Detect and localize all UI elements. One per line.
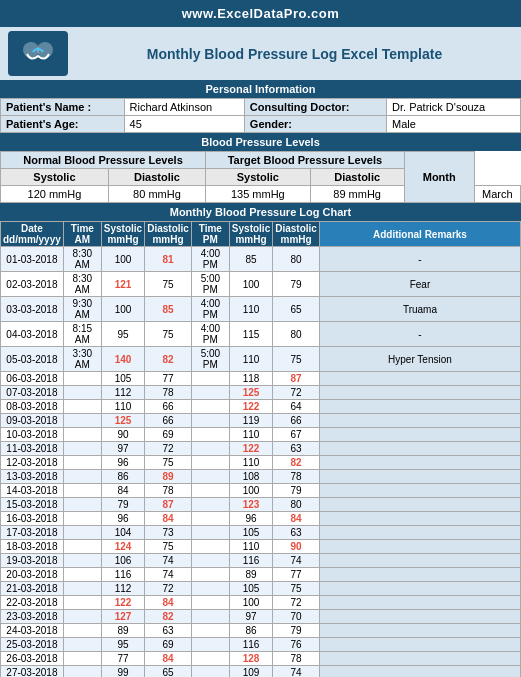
diastolic-am-cell: 72 bbox=[145, 442, 192, 456]
time-pm-cell bbox=[191, 540, 229, 554]
time-pm-cell bbox=[191, 400, 229, 414]
target-systolic-label: Systolic bbox=[206, 169, 311, 186]
time-pm-cell bbox=[191, 470, 229, 484]
log-table-row: 27-03-2018996510974 bbox=[1, 666, 521, 678]
diastolic-am-cell: 81 bbox=[145, 247, 192, 272]
systolic-pm-cell: 89 bbox=[229, 568, 272, 582]
log-table-row: 10-03-2018906911067 bbox=[1, 428, 521, 442]
diastolic-pm-cell: 90 bbox=[273, 540, 320, 554]
diastolic-pm-cell: 79 bbox=[273, 624, 320, 638]
time-pm-cell bbox=[191, 582, 229, 596]
website-header: www.ExcelDataPro.com bbox=[0, 0, 521, 27]
systolic-pm-cell: 122 bbox=[229, 442, 272, 456]
diastolic-am-cell: 87 bbox=[145, 498, 192, 512]
diastolic-pm-cell: 78 bbox=[273, 652, 320, 666]
bp-levels-table: Normal Blood Pressure Levels Target Bloo… bbox=[0, 151, 521, 203]
systolic-pm-cell: 115 bbox=[229, 322, 272, 347]
date-cell: 14-03-2018 bbox=[1, 484, 64, 498]
systolic-pm-cell: 110 bbox=[229, 428, 272, 442]
time-pm-cell bbox=[191, 652, 229, 666]
diastolic-am-cell: 75 bbox=[145, 540, 192, 554]
remark-cell bbox=[319, 442, 520, 456]
time-am-cell bbox=[63, 638, 101, 652]
remark-cell bbox=[319, 666, 520, 678]
diastolic-am-cell: 75 bbox=[145, 322, 192, 347]
remark-cell bbox=[319, 596, 520, 610]
remark-cell bbox=[319, 568, 520, 582]
consulting-doctor-value: Dr. Patrick D'souza bbox=[387, 99, 521, 116]
diastolic-pm-cell: 76 bbox=[273, 638, 320, 652]
time-am-cell bbox=[63, 582, 101, 596]
remark-cell: Fear bbox=[319, 272, 520, 297]
normal-systolic-value: 120 mmHg bbox=[1, 186, 109, 203]
date-cell: 09-03-2018 bbox=[1, 414, 64, 428]
gender-value: Male bbox=[387, 116, 521, 133]
patient-name-row: Patient's Name : Richard Atkinson Consul… bbox=[1, 99, 521, 116]
remark-cell bbox=[319, 624, 520, 638]
remark-cell: - bbox=[319, 247, 520, 272]
time-pm-col-header: TimePM bbox=[191, 222, 229, 247]
date-cell: 27-03-2018 bbox=[1, 666, 64, 678]
time-am-cell bbox=[63, 568, 101, 582]
systolic-pm-cell: 119 bbox=[229, 414, 272, 428]
time-am-cell bbox=[63, 372, 101, 386]
systolic-pm-cell: 105 bbox=[229, 582, 272, 596]
date-cell: 18-03-2018 bbox=[1, 540, 64, 554]
diastolic-pm-cell: 80 bbox=[273, 498, 320, 512]
diastolic-am-cell: 78 bbox=[145, 484, 192, 498]
diastolic-am-col-header: DiastolicmmHg bbox=[145, 222, 192, 247]
time-pm-cell bbox=[191, 526, 229, 540]
diastolic-pm-cell: 64 bbox=[273, 400, 320, 414]
systolic-pm-cell: 108 bbox=[229, 470, 272, 484]
diastolic-am-cell: 78 bbox=[145, 386, 192, 400]
systolic-am-cell: 95 bbox=[101, 638, 144, 652]
diastolic-am-cell: 72 bbox=[145, 582, 192, 596]
time-pm-cell: 4:00 PM bbox=[191, 297, 229, 322]
personal-info-table: Patient's Name : Richard Atkinson Consul… bbox=[0, 98, 521, 133]
normal-bp-header: Normal Blood Pressure Levels bbox=[1, 152, 206, 169]
systolic-pm-cell: 100 bbox=[229, 484, 272, 498]
time-am-cell: 8:30 AM bbox=[63, 247, 101, 272]
date-col-header: Datedd/mm/yyyy bbox=[1, 222, 64, 247]
date-cell: 22-03-2018 bbox=[1, 596, 64, 610]
diastolic-pm-cell: 66 bbox=[273, 414, 320, 428]
time-am-cell bbox=[63, 428, 101, 442]
systolic-pm-cell: 100 bbox=[229, 272, 272, 297]
logo bbox=[8, 31, 68, 76]
time-am-cell bbox=[63, 512, 101, 526]
systolic-pm-cell: 105 bbox=[229, 526, 272, 540]
remark-cell bbox=[319, 400, 520, 414]
log-table: Datedd/mm/yyyy TimeAM SystolicmmHg Diast… bbox=[0, 221, 521, 677]
patient-age-row: Patient's Age: 45 Gender: Male bbox=[1, 116, 521, 133]
log-table-row: 18-03-20181247511090 bbox=[1, 540, 521, 554]
systolic-am-cell: 95 bbox=[101, 322, 144, 347]
systolic-am-cell: 116 bbox=[101, 568, 144, 582]
time-am-cell bbox=[63, 624, 101, 638]
time-pm-cell bbox=[191, 568, 229, 582]
systolic-pm-cell: 125 bbox=[229, 386, 272, 400]
time-pm-cell bbox=[191, 498, 229, 512]
time-pm-cell bbox=[191, 442, 229, 456]
time-pm-cell: 4:00 PM bbox=[191, 322, 229, 347]
diastolic-am-cell: 66 bbox=[145, 414, 192, 428]
time-am-cell bbox=[63, 554, 101, 568]
diastolic-pm-cell: 75 bbox=[273, 582, 320, 596]
date-cell: 24-03-2018 bbox=[1, 624, 64, 638]
diastolic-am-cell: 84 bbox=[145, 512, 192, 526]
month-label: Month bbox=[404, 152, 474, 203]
time-am-cell bbox=[63, 526, 101, 540]
gender-label: Gender: bbox=[244, 116, 386, 133]
bp-levels-header: Blood Pressure Levels bbox=[0, 133, 521, 151]
log-table-row: 14-03-2018847810079 bbox=[1, 484, 521, 498]
date-cell: 06-03-2018 bbox=[1, 372, 64, 386]
time-am-cell bbox=[63, 400, 101, 414]
systolic-am-cell: 140 bbox=[101, 347, 144, 372]
systolic-pm-cell: 123 bbox=[229, 498, 272, 512]
systolic-pm-cell: 110 bbox=[229, 540, 272, 554]
systolic-am-cell: 97 bbox=[101, 442, 144, 456]
time-am-cell bbox=[63, 470, 101, 484]
time-am-cell bbox=[63, 498, 101, 512]
diastolic-pm-cell: 63 bbox=[273, 442, 320, 456]
remark-cell bbox=[319, 414, 520, 428]
remark-cell bbox=[319, 582, 520, 596]
